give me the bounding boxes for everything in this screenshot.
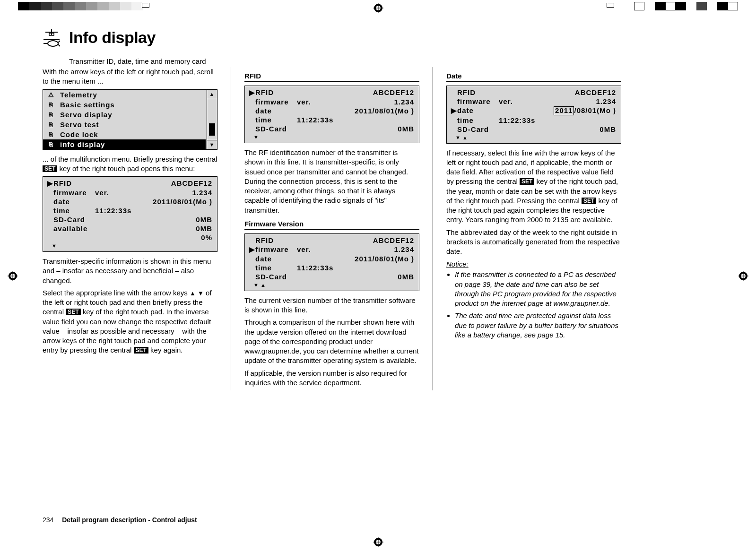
set-key-badge: SET [66, 309, 80, 315]
body-text: The abbreviated day of the week to the r… [446, 228, 621, 257]
registration-mark-left [8, 271, 18, 281]
nav-arrows-icon: ▼ [245, 133, 419, 140]
body-text: The current version number of the transm… [244, 296, 419, 315]
down-arrow-icon: ▼ [198, 290, 204, 297]
notice-heading: Notice: [446, 260, 621, 268]
body-text: The RF identification number of the tran… [244, 148, 419, 215]
info-display-date: RFIDABCDEF12 firmwarever.1.234 ▶date2011… [446, 86, 621, 144]
page-number: 234 [43, 516, 53, 524]
set-key-badge: SET [134, 347, 148, 354]
menu-item-label: info display [60, 140, 105, 148]
registration-mark-bottom [373, 537, 383, 547]
section-heading-firmware: Firmware Version [244, 220, 419, 230]
notice-list: If the transmitter is connected to a PC … [446, 270, 621, 340]
menu-item-label: Basic settings [60, 101, 115, 109]
cursor-icon: ▶ [249, 88, 255, 97]
registration-mark-right [738, 271, 748, 281]
year-edit-box: 2011 [554, 106, 574, 115]
print-registration-top [0, 2, 756, 12]
set-key-badge: SET [43, 165, 57, 172]
helicopter-icon [43, 28, 61, 49]
nav-arrows-icon: ▼▲ [447, 134, 621, 140]
body-text: Select the appropriate line with the arr… [43, 288, 217, 355]
warning-icon: ⚠ [47, 91, 55, 98]
scroll-up-icon: ▲ [207, 90, 217, 99]
nav-arrows-icon: ▼▲ [245, 281, 419, 288]
set-key-badge: SET [520, 178, 534, 185]
info-display-firmware: RFIDABCDEF12 ▶firmwarever.1.234 date2011… [244, 233, 419, 291]
notice-item: If the transmitter is connected to a PC … [455, 270, 621, 308]
body-text: Through a comparison of the number shown… [244, 318, 419, 365]
set-key-badge: SET [582, 198, 596, 204]
cursor-icon: ▶ [47, 179, 53, 188]
svg-point-20 [48, 41, 58, 46]
footer-title: Detail program description - Control adj… [62, 516, 197, 524]
folder-icon: ⎘ [47, 101, 55, 108]
info-display-rfid: ▶RFIDABCDEF12 firmwarever.1.234 date2011… [244, 86, 419, 143]
column-divider [433, 67, 433, 390]
cursor-icon: ▶ [451, 106, 457, 115]
page-title: Info display [69, 28, 156, 47]
scrollbar: ▲ ▼ [207, 90, 217, 149]
svg-line-22 [58, 41, 60, 43]
body-text: If applicable, the version number is als… [244, 369, 419, 388]
body-text: If necessary, select this line with the … [446, 148, 621, 225]
info-display-main: ▶RFIDABCDEF12 firmwarever.1.234 date2011… [43, 176, 217, 252]
page-footer: 234 Detail program description - Control… [43, 516, 197, 524]
section-heading-rfid: RFID [244, 72, 419, 82]
up-arrow-icon: ▲ [190, 290, 196, 297]
section-heading-date: Date [446, 72, 621, 82]
body-text: Transmitter-specific information is show… [43, 257, 217, 285]
menu-screenshot: ⚠Telemetry ⎘Basic settings ⎘Servo displa… [43, 89, 217, 150]
notice-item: The date and time are protected against … [455, 311, 621, 340]
column-divider [231, 67, 231, 390]
folder-icon: ⎘ [47, 121, 55, 128]
folder-icon: ⎘ [47, 141, 55, 147]
body-text: ... of the multifunction menu. Briefly p… [43, 155, 217, 174]
page-subtitle: Transmitter ID, date, time and memory ca… [69, 57, 713, 65]
menu-item-label: Telemetry [60, 91, 97, 99]
menu-item-label: Code lock [60, 130, 98, 138]
svg-line-23 [58, 44, 60, 46]
menu-item-label: Servo display [60, 111, 113, 119]
scroll-down-icon: ▼ [207, 140, 217, 149]
intro-text: With the arrow keys of the left or right… [43, 67, 217, 86]
cursor-icon: ▶ [249, 245, 255, 254]
nav-arrows-icon: ▼ [43, 242, 217, 249]
folder-icon: ⎘ [47, 131, 55, 138]
folder-icon: ⎘ [47, 111, 55, 118]
menu-item-label: Servo test [60, 121, 99, 129]
